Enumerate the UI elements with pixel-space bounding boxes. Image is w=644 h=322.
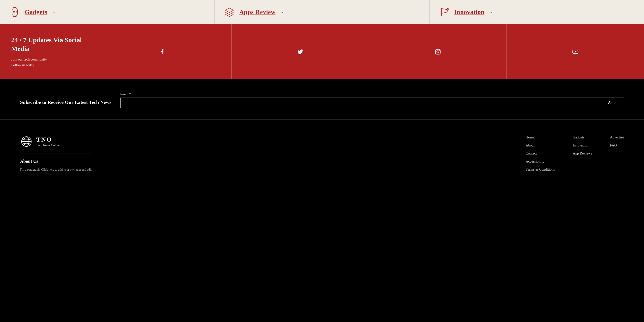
brand-tagline: Tech News Online (36, 144, 60, 147)
nav-app-reviews[interactable]: App Reviews (573, 152, 592, 156)
nav-contact[interactable]: Contact (526, 152, 555, 156)
social-title: 24 / 7 Updates Via Social Media (11, 35, 83, 53)
about-us-title: About Us (20, 159, 92, 164)
newsletter-inner: Subscribe to Receive Our Latest Tech New… (20, 92, 624, 108)
svg-marker-17 (575, 51, 577, 53)
gadgets-arrow: → (51, 9, 56, 15)
brand-acronym: TNO (36, 136, 60, 143)
svg-point-15 (439, 50, 440, 51)
footer: TNO Tech News Online About Us I'm a para… (0, 120, 644, 186)
apps-icon (224, 6, 235, 18)
newsletter-form: Email * Send (120, 92, 624, 108)
flag-icon (438, 6, 450, 18)
svg-marker-9 (226, 8, 234, 12)
footer-nav-col2: Gadgets Innovation App Reviews (573, 135, 592, 172)
social-subtitle: Join our tech community. Follow us today… (11, 56, 83, 68)
youtube-icon[interactable] (506, 24, 644, 79)
svg-point-4 (14, 11, 15, 12)
category-innovation[interactable]: Innovation → (430, 0, 644, 24)
globe-icon (20, 135, 33, 148)
svg-point-8 (16, 12, 16, 13)
category-apps-review[interactable]: Apps Review → (215, 0, 429, 24)
nav-accessibility[interactable]: Accessibility (526, 160, 555, 163)
footer-nav: Home About Contact Accessibility Terms &… (105, 135, 624, 172)
brand-divider (20, 153, 92, 154)
footer-top: TNO Tech News Online About Us I'm a para… (20, 135, 624, 172)
innovation-label: Innovation (454, 8, 484, 16)
email-label: Email * (120, 92, 624, 96)
facebook-icon[interactable] (94, 24, 232, 79)
newsletter-section: Subscribe to Receive Our Latest Tech New… (0, 79, 644, 120)
svg-rect-13 (435, 49, 440, 54)
brand-logo: TNO Tech News Online (20, 135, 92, 148)
brand-name: TNO Tech News Online (36, 136, 60, 147)
svg-point-6 (13, 12, 14, 13)
footer-nav-col3: Advertise FAQ (610, 135, 624, 172)
innovation-arrow: → (488, 9, 493, 15)
smartwatch-icon (9, 6, 20, 18)
nav-gadgets[interactable]: Gadgets (573, 135, 592, 139)
email-input[interactable] (120, 98, 601, 108)
nav-about[interactable]: About (526, 143, 555, 147)
about-us-text: I'm a paragraph. Click here to add your … (20, 167, 92, 172)
svg-point-5 (16, 11, 16, 12)
social-icons (94, 24, 644, 79)
nav-innovation[interactable]: Innovation (573, 143, 592, 147)
category-nav: Gadgets → Apps Review → Innovation → (0, 0, 644, 24)
send-button[interactable]: Send (601, 98, 624, 108)
instagram-icon[interactable] (369, 24, 506, 79)
apps-review-label: Apps Review (239, 8, 276, 16)
nav-home[interactable]: Home (526, 135, 555, 139)
footer-nav-col1: Home About Contact Accessibility Terms &… (526, 135, 555, 172)
twitter-icon[interactable] (232, 24, 369, 79)
svg-point-3 (13, 11, 14, 12)
newsletter-title: Subscribe to Receive Our Latest Tech New… (20, 99, 120, 108)
footer-brand: TNO Tech News Online About Us I'm a para… (20, 135, 92, 172)
social-banner: 24 / 7 Updates Via Social Media Join our… (0, 24, 644, 79)
social-text: 24 / 7 Updates Via Social Media Join our… (0, 24, 94, 79)
svg-point-14 (437, 51, 439, 53)
nav-terms[interactable]: Terms & Conditions (526, 167, 555, 171)
apps-review-arrow: → (279, 9, 284, 15)
svg-point-7 (14, 12, 15, 13)
category-gadgets[interactable]: Gadgets → (0, 0, 215, 24)
nav-faq[interactable]: FAQ (610, 143, 624, 147)
email-input-row: Send (120, 98, 624, 108)
gadgets-label: Gadgets (24, 8, 48, 16)
nav-advertise[interactable]: Advertise (610, 135, 624, 139)
